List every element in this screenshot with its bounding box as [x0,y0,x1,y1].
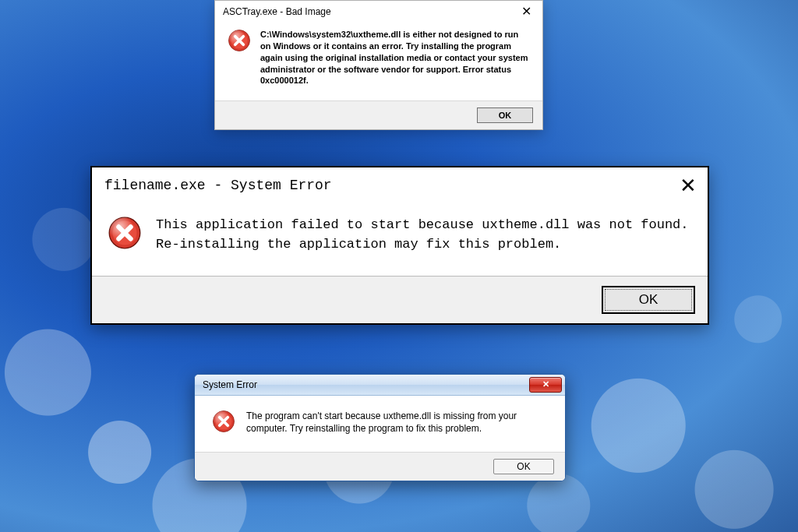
window-title: ASCTray.exe - Bad Image [223,6,331,17]
dialog-body: C:\Windows\system32\uxtheme.dll is eithe… [215,21,542,100]
dialog-system-error-large: filename.exe - System Error ✕ This appli… [90,166,709,325]
error-icon [108,216,142,250]
close-button[interactable]: ✕ [517,5,536,18]
dialog-body: The program can't start because uxtheme.… [195,396,565,452]
error-message: This application failed to start because… [156,216,689,254]
ok-button[interactable]: OK [477,107,533,123]
close-button[interactable]: ✕ [680,175,697,196]
titlebar[interactable]: ASCTray.exe - Bad Image ✕ [215,1,542,21]
ok-button[interactable]: OK [493,459,554,474]
error-icon [212,410,235,433]
window-title: filename.exe - System Error [104,178,332,193]
close-button[interactable]: ✕ [529,377,562,393]
window-title: System Error [203,379,257,390]
dialog-system-error-aero: System Error ✕ The program can't start b… [194,374,566,481]
error-message: C:\Windows\system32\uxtheme.dll is eithe… [260,29,530,86]
dialog-footer: OK [195,452,565,481]
ok-button[interactable]: OK [602,286,695,314]
error-icon [228,29,251,86]
error-message: The program can't start because uxtheme.… [246,410,549,435]
dialog-bad-image: ASCTray.exe - Bad Image ✕ C:\Windows\sys… [214,0,543,130]
dialog-footer: OK [215,100,542,129]
titlebar[interactable]: filename.exe - System Error ✕ [92,167,708,202]
dialog-footer: OK [92,276,708,323]
dialog-body: This application failed to start because… [92,202,708,276]
titlebar[interactable]: System Error ✕ [195,375,565,396]
